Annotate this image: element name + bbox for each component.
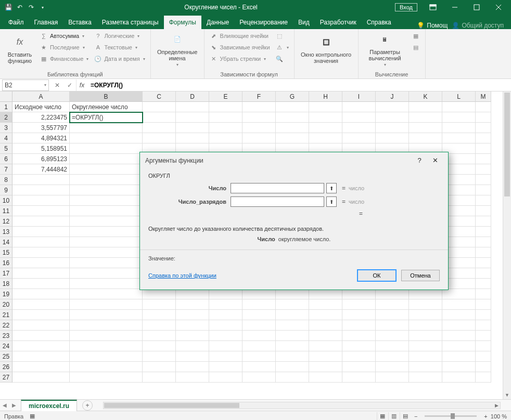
cell[interactable]: [12, 206, 70, 216]
cell[interactable]: [376, 362, 409, 372]
row-header[interactable]: 4: [0, 133, 12, 143]
cell[interactable]: [276, 123, 309, 133]
cell[interactable]: [209, 320, 242, 331]
cell[interactable]: [309, 362, 342, 372]
column-header[interactable]: L: [442, 91, 476, 102]
cell[interactable]: [70, 268, 143, 279]
tab-главная[interactable]: Главная: [29, 16, 63, 29]
accept-formula-icon[interactable]: ✓: [63, 82, 76, 89]
cell[interactable]: [209, 123, 242, 133]
cell[interactable]: [276, 112, 309, 123]
insert-function-button[interactable]: fx Вставить функцию: [3, 30, 36, 68]
financial-button[interactable]: ▦Финансовые: [37, 53, 91, 64]
formula-input[interactable]: [87, 80, 511, 91]
cell[interactable]: [12, 279, 70, 289]
cell[interactable]: 3,557797: [12, 123, 70, 133]
cell[interactable]: [409, 123, 442, 133]
cell[interactable]: [70, 310, 143, 320]
cell[interactable]: [376, 320, 409, 331]
cell[interactable]: 5,158951: [12, 143, 70, 154]
cell[interactable]: [309, 133, 342, 143]
cell[interactable]: [143, 112, 176, 123]
cell[interactable]: [12, 299, 70, 310]
cell[interactable]: [12, 258, 70, 268]
cell[interactable]: [143, 310, 176, 320]
cell[interactable]: [176, 289, 209, 299]
cell[interactable]: [242, 102, 276, 112]
cell[interactable]: [342, 310, 376, 320]
sheet-nav-prev-icon[interactable]: ◀: [0, 402, 9, 408]
cell[interactable]: [409, 341, 442, 351]
cell[interactable]: [476, 123, 491, 133]
cell[interactable]: [70, 154, 143, 164]
cell[interactable]: [376, 299, 409, 310]
column-header[interactable]: A: [12, 91, 70, 102]
scroll-thumb[interactable]: [504, 93, 510, 196]
column-header[interactable]: M: [476, 91, 491, 102]
cell[interactable]: [70, 237, 143, 247]
cell[interactable]: [70, 258, 143, 268]
row-header[interactable]: 2: [0, 112, 12, 123]
arg2-input[interactable]: [231, 196, 324, 207]
cell[interactable]: [476, 351, 491, 362]
trace-dependents-button[interactable]: ⬊Зависимые ячейки: [208, 42, 272, 53]
cell[interactable]: [276, 331, 309, 341]
trace-precedents-button[interactable]: ⬈Влияющие ячейки: [208, 30, 272, 42]
column-header[interactable]: I: [342, 91, 376, 102]
cell[interactable]: [70, 123, 143, 133]
tab-разметка страницы[interactable]: Разметка страницы: [97, 16, 164, 29]
cell[interactable]: [209, 372, 242, 383]
cell[interactable]: [176, 320, 209, 331]
cell[interactable]: [143, 372, 176, 383]
cell[interactable]: [143, 351, 176, 362]
cell[interactable]: [70, 227, 143, 237]
cell[interactable]: [409, 372, 442, 383]
text-button[interactable]: AТекстовые: [92, 42, 147, 53]
page-break-view-icon[interactable]: ▤: [400, 412, 411, 421]
cell[interactable]: [176, 351, 209, 362]
cell[interactable]: [12, 268, 70, 279]
cell[interactable]: [242, 372, 276, 383]
cell[interactable]: [242, 112, 276, 123]
cell[interactable]: [209, 362, 242, 372]
cell[interactable]: [70, 279, 143, 289]
cell[interactable]: [409, 102, 442, 112]
cell[interactable]: 2,223475: [12, 112, 70, 123]
column-header[interactable]: B: [70, 91, 143, 102]
cell[interactable]: [143, 102, 176, 112]
cell[interactable]: [476, 247, 491, 258]
cell[interactable]: [376, 372, 409, 383]
cell[interactable]: [476, 102, 491, 112]
add-sheet-button[interactable]: +: [82, 400, 93, 411]
evaluate-button[interactable]: 🔍: [273, 53, 291, 64]
cell[interactable]: [242, 123, 276, 133]
zoom-out-icon[interactable]: −: [414, 413, 417, 419]
cell[interactable]: [70, 289, 143, 299]
column-header[interactable]: F: [242, 91, 276, 102]
cell[interactable]: [476, 216, 491, 227]
cell[interactable]: [209, 289, 242, 299]
cell[interactable]: [176, 362, 209, 372]
cell[interactable]: 4,894321: [12, 133, 70, 143]
cell[interactable]: [476, 195, 491, 206]
close-icon[interactable]: [488, 0, 509, 15]
cell[interactable]: [12, 372, 70, 383]
cell[interactable]: [476, 310, 491, 320]
row-header[interactable]: 15: [0, 247, 12, 258]
cell[interactable]: [143, 123, 176, 133]
column-header[interactable]: C: [143, 91, 176, 102]
column-header[interactable]: E: [209, 91, 242, 102]
arg2-range-picker-icon[interactable]: ⬆: [326, 196, 337, 207]
cell[interactable]: [409, 310, 442, 320]
cell[interactable]: [12, 320, 70, 331]
cell[interactable]: [376, 310, 409, 320]
cell[interactable]: [442, 320, 476, 331]
row-header[interactable]: 3: [0, 123, 12, 133]
cell[interactable]: [476, 299, 491, 310]
cell[interactable]: [70, 247, 143, 258]
cell[interactable]: [176, 341, 209, 351]
cell[interactable]: [143, 299, 176, 310]
cell[interactable]: [209, 133, 242, 143]
cell[interactable]: [376, 341, 409, 351]
cell[interactable]: [476, 185, 491, 195]
